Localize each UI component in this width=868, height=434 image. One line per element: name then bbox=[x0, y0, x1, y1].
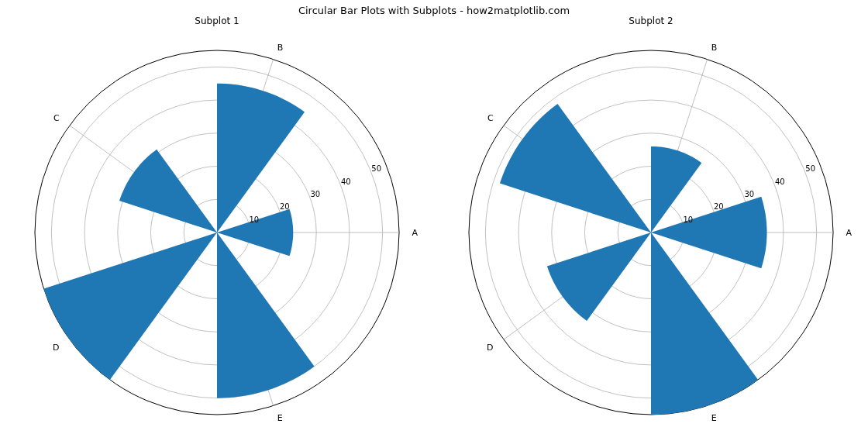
category-label-C: C bbox=[487, 113, 494, 123]
rtick-label: 20 bbox=[714, 202, 724, 211]
figure: Circular Bar Plots with Subplots - how2m… bbox=[0, 0, 868, 434]
bar-C bbox=[119, 150, 217, 232]
rtick-label: 40 bbox=[341, 177, 351, 186]
subplot-2: Subplot 2 1020304050ABCDE bbox=[434, 16, 868, 434]
rtick-label: 20 bbox=[280, 202, 290, 211]
rtick-label: 10 bbox=[249, 215, 259, 224]
subplot-1: Subplot 1 1020304050ABCDE bbox=[0, 16, 434, 434]
polar-axes-2: 1020304050ABCDE bbox=[450, 31, 852, 434]
polar-axes-1: 1020304050ABCDE bbox=[16, 31, 418, 434]
rtick-label: 30 bbox=[744, 190, 754, 198]
category-label-B: B bbox=[277, 43, 284, 53]
bar-B bbox=[217, 84, 305, 232]
subplot-1-title: Subplot 1 bbox=[0, 16, 434, 26]
rtick-label: 10 bbox=[683, 215, 693, 224]
category-label-E: E bbox=[711, 413, 717, 423]
rtick-label: 50 bbox=[805, 164, 815, 173]
category-label-A: A bbox=[412, 228, 418, 238]
category-label-C: C bbox=[53, 113, 60, 123]
subplot-2-title: Subplot 2 bbox=[434, 16, 868, 26]
category-label-A: A bbox=[846, 228, 852, 238]
bar-C bbox=[500, 104, 651, 232]
rtick-label: 40 bbox=[775, 177, 785, 186]
bar-D bbox=[547, 232, 651, 321]
bar-E bbox=[217, 232, 315, 398]
category-label-E: E bbox=[277, 413, 283, 423]
bar-D bbox=[44, 232, 218, 380]
rtick-label: 30 bbox=[310, 190, 320, 198]
category-label-D: D bbox=[487, 343, 493, 353]
rtick-label: 50 bbox=[371, 164, 381, 173]
figure-suptitle: Circular Bar Plots with Subplots - how2m… bbox=[0, 5, 868, 16]
category-label-B: B bbox=[711, 43, 718, 53]
category-label-D: D bbox=[53, 343, 59, 353]
